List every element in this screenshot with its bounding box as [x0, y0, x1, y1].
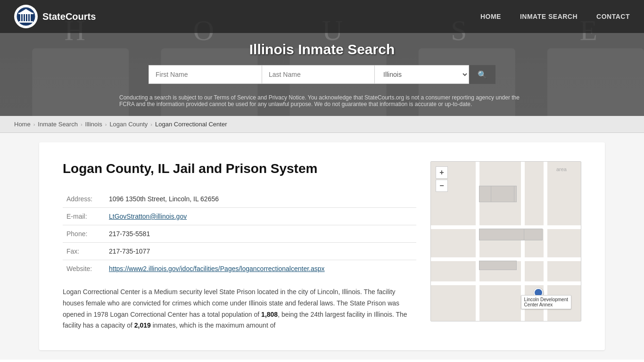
- breadcrumb-county[interactable]: Logan County: [109, 121, 148, 128]
- fax-value: 217-735-1077: [105, 243, 416, 260]
- facility-info: Logan County, IL Jail and Prison System …: [63, 161, 416, 331]
- map-zoom-out[interactable]: −: [436, 180, 448, 192]
- top-navigation: StateCourts HOME INMATE SEARCH CONTACT: [0, 0, 644, 33]
- breadcrumb: Home › Inmate Search › Illinois › Logan …: [0, 116, 644, 133]
- logo-icon: [14, 5, 38, 28]
- address-row: Address: 1096 1350th Street, Lincoln, IL…: [63, 190, 416, 208]
- map-controls: + −: [436, 166, 448, 192]
- email-row: E-mail: LtGovStratton@illinois.gov: [63, 208, 416, 225]
- logo-text: StateCourts: [42, 11, 96, 22]
- phone-value: 217-735-5581: [105, 225, 416, 243]
- breadcrumb-sep-2: ›: [81, 122, 83, 127]
- first-name-input[interactable]: [149, 65, 262, 84]
- breadcrumb-sep-3: ›: [105, 122, 107, 127]
- map-zoom-in[interactable]: +: [436, 166, 448, 179]
- website-link[interactable]: https://www2.illinois.gov/idoc/facilitie…: [109, 265, 325, 272]
- breadcrumb-sep-1: ›: [33, 122, 35, 127]
- nav-links: HOME INMATE SEARCH CONTACT: [480, 13, 630, 20]
- state-select[interactable]: Select State Alabama Alaska Illinois Tex…: [375, 65, 469, 84]
- map-section: Lincoln DevelopmentCenter Annex area + −: [430, 161, 581, 331]
- desc-text-end: inmates, which is the maximum amount of: [151, 321, 276, 329]
- capacity-value: 2,019: [134, 321, 151, 329]
- email-label: E-mail:: [63, 208, 105, 225]
- content-card: Logan County, IL Jail and Prison System …: [39, 142, 605, 350]
- fax-row: Fax: 217-735-1077: [63, 243, 416, 260]
- map-background: Lincoln DevelopmentCenter Annex area + −: [431, 162, 581, 321]
- facility-description: Logan Correctional Center is a Medium se…: [63, 287, 416, 331]
- fax-label: Fax:: [63, 243, 105, 260]
- header-content: Illinois Inmate Search Select State Alab…: [0, 33, 644, 84]
- search-icon: 🔍: [478, 71, 487, 79]
- map-location-label: Lincoln DevelopmentCenter Annex: [521, 295, 571, 309]
- nav-home[interactable]: HOME: [480, 13, 501, 20]
- website-row: Website: https://www2.illinois.gov/idoc/…: [63, 260, 416, 278]
- disclaimer-text-before: Conducting a search is subject to our: [119, 94, 214, 101]
- breadcrumb-home[interactable]: Home: [14, 121, 31, 128]
- privacy-link[interactable]: Privacy Notice: [269, 94, 305, 101]
- nav-inmate-search[interactable]: INMATE SEARCH: [520, 13, 578, 20]
- last-name-input[interactable]: [262, 65, 375, 84]
- map-building-2: [491, 186, 514, 202]
- disclaimer: Conducting a search is subject to our Te…: [110, 90, 534, 116]
- map-building-5: [479, 261, 517, 270]
- address-label: Address:: [63, 190, 105, 208]
- breadcrumb-sep-4: ›: [150, 122, 152, 127]
- svg-rect-1: [19, 21, 33, 23]
- nav-contact[interactable]: CONTACT: [596, 13, 630, 20]
- breadcrumb-current: Logan Correctional Center: [155, 121, 227, 128]
- main-content: Logan County, IL Jail and Prison System …: [0, 133, 644, 360]
- map-building-4: [524, 229, 543, 240]
- svg-rect-2: [20, 14, 21, 21]
- phone-label: Phone:: [63, 225, 105, 243]
- search-bar: Select State Alabama Alaska Illinois Tex…: [9, 65, 635, 84]
- site-logo[interactable]: StateCourts: [14, 5, 96, 28]
- svg-rect-6: [30, 14, 31, 21]
- map-container: Lincoln DevelopmentCenter Annex area + −: [430, 161, 581, 321]
- website-value: https://www2.illinois.gov/idoc/facilitie…: [105, 260, 416, 278]
- svg-rect-5: [27, 14, 28, 21]
- email-value: LtGovStratton@illinois.gov: [105, 208, 416, 225]
- svg-rect-3: [23, 14, 24, 21]
- address-value: 1096 1350th Street, Lincoln, IL 62656: [105, 190, 416, 208]
- facility-title: Logan County, IL Jail and Prison System: [63, 161, 416, 176]
- search-button[interactable]: 🔍: [469, 65, 495, 84]
- population-value: 1,808: [261, 311, 278, 318]
- phone-row: Phone: 217-735-5581: [63, 225, 416, 243]
- map-area-label: area: [556, 166, 567, 172]
- breadcrumb-illinois[interactable]: Illinois: [85, 121, 102, 128]
- breadcrumb-inmate-search[interactable]: Inmate Search: [38, 121, 78, 128]
- header: StateCourts HOME INMATE SEARCH CONTACT I…: [0, 0, 644, 116]
- website-label: Website:: [63, 260, 105, 278]
- info-table: Address: 1096 1350th Street, Lincoln, IL…: [63, 190, 416, 277]
- disclaimer-text-middle: and: [256, 94, 269, 101]
- page-title: Illinois Inmate Search: [9, 41, 635, 58]
- terms-link[interactable]: Terms of Service: [214, 94, 256, 101]
- email-link[interactable]: LtGovStratton@illinois.gov: [109, 213, 187, 220]
- svg-rect-4: [25, 14, 26, 21]
- map-road-h3: [431, 281, 581, 285]
